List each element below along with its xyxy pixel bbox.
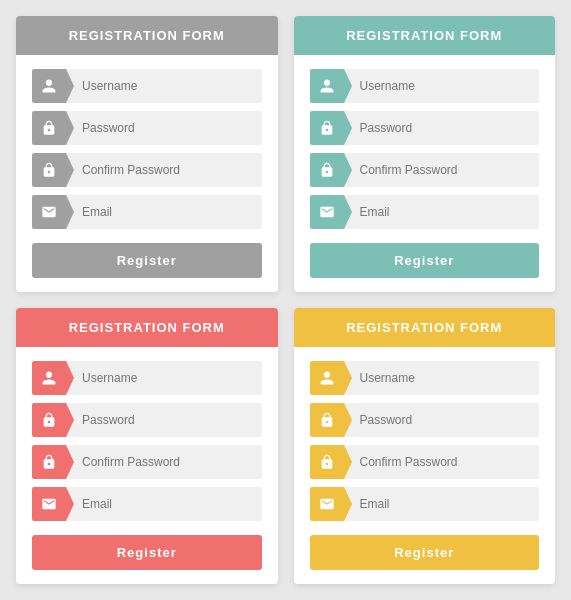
email-input[interactable] <box>66 195 262 229</box>
form-body-red: Register <box>16 347 278 584</box>
form-title-teal: REGISTRATION FORM <box>294 16 556 55</box>
form-title-red: REGISTRATION FORM <box>16 308 278 347</box>
register-button-teal[interactable]: Register <box>310 243 540 278</box>
field-row <box>310 195 540 229</box>
lock-icon <box>32 445 66 479</box>
field-row <box>32 403 262 437</box>
field-row <box>32 361 262 395</box>
form-body-gray: Register <box>16 55 278 292</box>
user-icon <box>32 361 66 395</box>
field-row <box>32 111 262 145</box>
password-input[interactable] <box>66 403 262 437</box>
form-title-yellow: REGISTRATION FORM <box>294 308 556 347</box>
form-title-gray: REGISTRATION FORM <box>16 16 278 55</box>
password-input[interactable] <box>66 111 262 145</box>
field-row <box>32 487 262 521</box>
field-row <box>32 153 262 187</box>
username-input[interactable] <box>66 361 262 395</box>
email-icon <box>310 195 344 229</box>
lock-icon <box>310 445 344 479</box>
field-row <box>310 361 540 395</box>
lock-icon <box>32 403 66 437</box>
username-input[interactable] <box>344 361 540 395</box>
register-button-red[interactable]: Register <box>32 535 262 570</box>
field-row <box>32 445 262 479</box>
email-input[interactable] <box>344 487 540 521</box>
form-body-yellow: Register <box>294 347 556 584</box>
field-row <box>310 487 540 521</box>
lock-icon <box>32 153 66 187</box>
lock-icon <box>310 111 344 145</box>
form-body-teal: Register <box>294 55 556 292</box>
email-icon <box>310 487 344 521</box>
form-card-gray: REGISTRATION FORM Register <box>16 16 278 292</box>
field-row <box>310 153 540 187</box>
user-icon <box>310 361 344 395</box>
user-icon <box>310 69 344 103</box>
email-input[interactable] <box>344 195 540 229</box>
form-card-red: REGISTRATION FORM Register <box>16 308 278 584</box>
field-row <box>32 195 262 229</box>
username-input[interactable] <box>66 69 262 103</box>
lock-icon <box>310 403 344 437</box>
form-card-yellow: REGISTRATION FORM Register <box>294 308 556 584</box>
lock-icon <box>32 111 66 145</box>
field-row <box>310 445 540 479</box>
register-button-gray[interactable]: Register <box>32 243 262 278</box>
field-row <box>310 111 540 145</box>
confirm-password-input[interactable] <box>344 153 540 187</box>
email-icon <box>32 487 66 521</box>
username-input[interactable] <box>344 69 540 103</box>
password-input[interactable] <box>344 111 540 145</box>
confirm-password-input[interactable] <box>66 153 262 187</box>
field-row <box>310 69 540 103</box>
confirm-password-input[interactable] <box>66 445 262 479</box>
email-icon <box>32 195 66 229</box>
field-row <box>310 403 540 437</box>
forms-grid: REGISTRATION FORM RegisterREGISTRATION F… <box>0 0 571 600</box>
register-button-yellow[interactable]: Register <box>310 535 540 570</box>
email-input[interactable] <box>66 487 262 521</box>
field-row <box>32 69 262 103</box>
password-input[interactable] <box>344 403 540 437</box>
confirm-password-input[interactable] <box>344 445 540 479</box>
lock-icon <box>310 153 344 187</box>
user-icon <box>32 69 66 103</box>
form-card-teal: REGISTRATION FORM Register <box>294 16 556 292</box>
